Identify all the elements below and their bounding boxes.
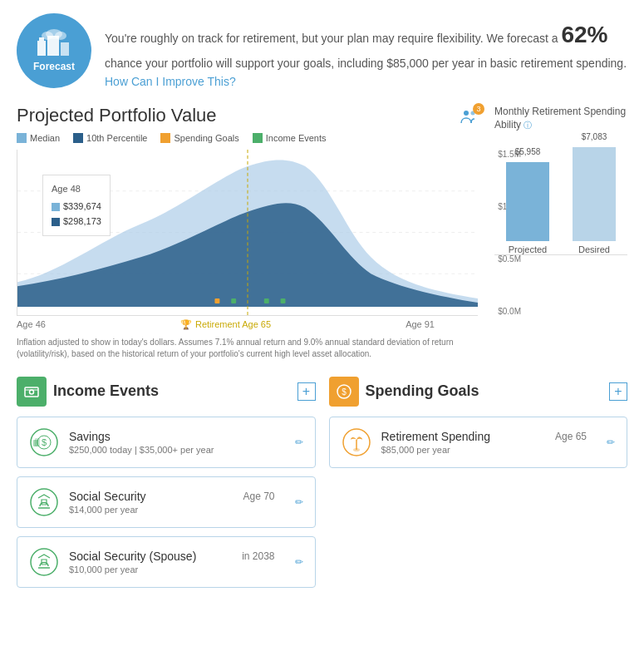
retirement-trophy-icon: 🏆 — [180, 319, 192, 330]
social-security-age: Age 70 — [243, 491, 274, 502]
bar-chart: $5,958 Projected $7,083 Desired — [494, 139, 627, 255]
x-label-right: Age 91 — [406, 319, 435, 330]
savings-icon: $ — [29, 427, 59, 457]
legend-tenth: 10th Percentile — [73, 133, 147, 143]
x-axis-labels: Age 46 🏆 Retirement Age 65 Age 91 — [17, 319, 478, 330]
side-chart-title: Monthly Retirement Spending Ability ⓘ — [494, 105, 627, 133]
bottom-section: Income Events + $ Savings $250,000 today… — [0, 360, 644, 613]
retirement-spending-edit-button[interactable]: ✏ — [607, 436, 615, 448]
retirement-spending-card: Retirement Spending Age 65 $85,000 per y… — [329, 417, 628, 468]
legend-tenth-dot — [73, 133, 83, 143]
social-security-card: Social Security Age 70 $14,000 per year … — [17, 476, 316, 528]
x-label-left: Age 46 — [17, 319, 46, 330]
svg-point-19 — [30, 390, 34, 394]
legend-median-label: Median — [30, 133, 60, 143]
svg-point-7 — [464, 111, 469, 116]
social-security-spouse-card: Social Security (Spouse) in 2038 $10,000… — [17, 536, 316, 588]
income-events-add-button[interactable]: + — [297, 382, 316, 401]
header-text: You're roughly on track for retirement, … — [105, 13, 627, 91]
forecast-percent: 62% — [561, 22, 607, 47]
svg-rect-0 — [37, 41, 46, 56]
bar-desired: $7,083 Desired — [568, 147, 621, 254]
income-events-panel: Income Events + $ Savings $250,000 today… — [17, 377, 316, 596]
tooltip-val1: $339,674 — [52, 200, 101, 215]
svg-rect-15 — [231, 298, 236, 303]
social-security-spouse-age: in 2038 — [242, 550, 274, 562]
legend-tenth-label: 10th Percentile — [86, 133, 147, 143]
spending-goals-add-button[interactable]: + — [609, 382, 627, 401]
chart-area[interactable]: Age 48 $339,674 $298,173 — [17, 150, 478, 316]
bar-projected-value: $5,958 — [515, 147, 541, 156]
income-events-header: Income Events + — [17, 377, 316, 407]
retirement-spending-sub: $85,000 per year — [381, 445, 591, 455]
header-text2: chance your portfolio will support your … — [105, 57, 627, 70]
svg-rect-9 — [460, 110, 466, 111]
forecast-label: Forecast — [33, 61, 75, 72]
legend-income: Income Events — [253, 133, 327, 143]
tooltip-tenth-value: $298,173 — [63, 215, 101, 229]
chart-main: Projected Portfolio Value 3 Median 10th … — [17, 105, 478, 360]
svg-point-32 — [353, 448, 360, 451]
svg-point-5 — [42, 32, 53, 40]
svg-rect-25 — [33, 440, 38, 446]
chart-section: Projected Portfolio Value 3 Median 10th … — [0, 105, 644, 360]
retirement-spending-title: Retirement Spending — [381, 430, 491, 443]
chart-footnote: Inflation adjusted to show in today's do… — [17, 337, 478, 360]
legend-median: Median — [17, 133, 60, 143]
social-security-sub: $14,000 per year — [69, 505, 278, 515]
svg-text:$: $ — [342, 387, 347, 397]
legend-income-dot — [253, 133, 263, 143]
svg-rect-17 — [281, 298, 286, 303]
tooltip-val2: $298,173 — [52, 215, 101, 229]
tooltip-sq-tenth — [52, 218, 60, 226]
social-security-body: Social Security Age 70 $14,000 per year — [69, 490, 278, 515]
legend-income-label: Income Events — [266, 133, 327, 143]
svg-rect-18 — [25, 387, 38, 397]
svg-rect-3 — [61, 42, 69, 56]
header-text1: You're roughly on track for retirement, … — [105, 32, 561, 45]
income-events-icon — [17, 377, 47, 407]
spending-goals-header: $ Spending Goals + — [329, 377, 628, 407]
legend-spending-dot — [160, 133, 170, 143]
social-security-spouse-title: Social Security (Spouse) — [69, 550, 196, 563]
bar-desired-label: Desired — [578, 244, 610, 254]
social-security-title: Social Security — [69, 490, 146, 503]
chart-person-icon[interactable]: 3 — [460, 110, 478, 127]
income-events-title: Income Events — [53, 382, 159, 400]
bar-projected-bar: $5,958 — [506, 162, 549, 241]
legend-spending-label: Spending Goals — [174, 133, 238, 143]
chart-legend: Median 10th Percentile Spending Goals In… — [17, 133, 478, 143]
bar-projected-label: Projected — [509, 244, 547, 254]
tooltip-median-value: $339,674 — [63, 200, 101, 215]
social-security-spouse-sub: $10,000 per year — [69, 565, 278, 574]
spending-goals-icon: $ — [329, 377, 359, 407]
forecast-icon: Forecast — [17, 13, 91, 88]
legend-median-dot — [17, 133, 27, 143]
person-badge: 3 — [473, 103, 484, 115]
social-security-spouse-body: Social Security (Spouse) in 2038 $10,000… — [69, 550, 278, 574]
svg-rect-14 — [214, 298, 219, 303]
side-chart: Monthly Retirement Spending Ability ⓘ $5… — [494, 105, 627, 360]
legend-spending: Spending Goals — [160, 133, 238, 143]
chart-wrapper: Age 48 $339,674 $298,173 $1.5M $1.0M $0.… — [17, 150, 478, 316]
spending-goals-panel: $ Spending Goals + Re — [329, 377, 628, 596]
tooltip-age: Age 48 — [52, 182, 101, 197]
social-security-spouse-edit-button[interactable]: ✏ — [295, 556, 303, 568]
savings-title: Savings — [69, 430, 278, 443]
retirement-label: 🏆 Retirement Age 65 — [180, 319, 271, 330]
social-security-edit-button[interactable]: ✏ — [295, 496, 303, 508]
info-icon[interactable]: ⓘ — [524, 121, 532, 130]
y-label-3: $0.5M — [498, 254, 521, 264]
tooltip-sq-median — [52, 203, 60, 211]
bar-desired-bar: $7,083 — [573, 147, 616, 241]
bar-desired-value: $7,083 — [582, 132, 607, 141]
chart-title: Projected Portfolio Value — [17, 105, 217, 126]
y-label-4: $0.0M — [498, 307, 521, 316]
savings-card: $ Savings $250,000 today | $35,000+ per … — [17, 417, 316, 468]
spending-goals-title: Spending Goals — [366, 382, 479, 400]
savings-edit-button[interactable]: ✏ — [295, 436, 303, 448]
svg-rect-16 — [264, 298, 269, 303]
svg-point-6 — [55, 32, 66, 40]
retirement-spending-age: Age 65 — [555, 431, 587, 442]
improve-link[interactable]: How Can I Improve This? — [105, 75, 236, 88]
